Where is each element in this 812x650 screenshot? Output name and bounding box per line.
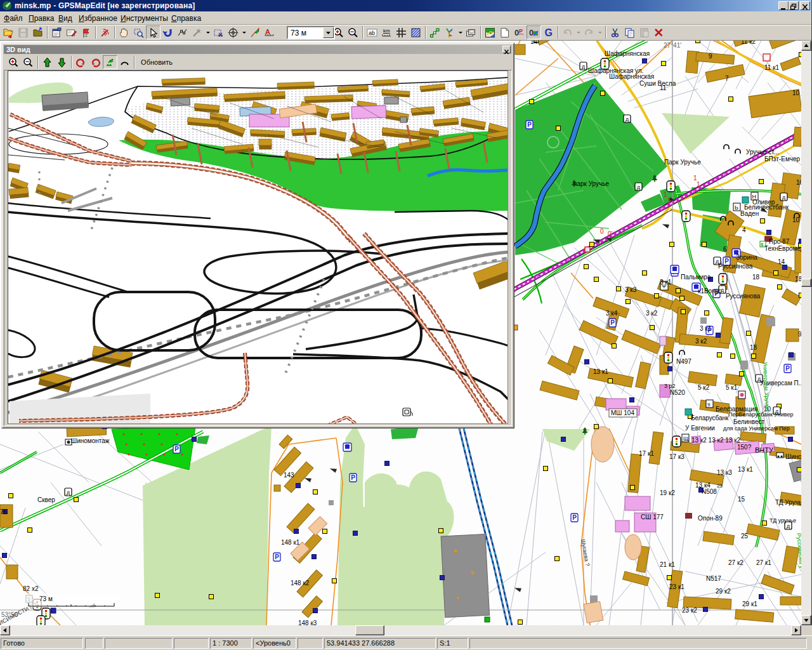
svg-text:14: 14 <box>778 258 785 265</box>
svg-text:73 м: 73 м <box>39 595 53 602</box>
svg-text:Д: Д <box>625 117 629 123</box>
svg-text:Беларусбанк: Беларусбанк <box>691 415 729 421</box>
svg-text:Д: Д <box>582 64 586 70</box>
svg-text:0: 0 <box>529 28 534 37</box>
svg-text:3 к2: 3 к2 <box>695 338 707 345</box>
svg-text:Щ: Щ <box>683 435 689 442</box>
svg-text:Прс-87: Прс-87 <box>769 238 790 245</box>
svg-text:6: 6 <box>723 246 727 253</box>
svg-text:3 р2: 3 р2 <box>664 383 676 389</box>
svg-text:Д: Д <box>782 195 786 201</box>
svg-text:2: 2 <box>85 33 88 37</box>
svg-text:3 к1: 3 к1 <box>700 325 712 332</box>
svg-text:148 к2: 148 к2 <box>291 580 310 587</box>
svg-text:ТД уручье: ТД уручье <box>769 517 796 524</box>
svg-text:ab: ab <box>369 30 375 36</box>
svg-text:3 к1: 3 к1 <box>660 279 672 286</box>
svg-text:13 к1: 13 к1 <box>593 368 608 375</box>
svg-text:P: P <box>519 28 523 34</box>
svg-text:Шафарнянская: Шафарнянская <box>605 50 650 57</box>
svg-text:БПзт-Емчер: БПзт-Емчер <box>764 156 801 162</box>
svg-text:11: 11 <box>660 84 667 91</box>
svg-text:N520: N520 <box>670 389 685 396</box>
svg-text:N508: N508 <box>702 488 717 495</box>
svg-text:76: 76 <box>0 508 8 515</box>
svg-text:17 к3: 17 к3 <box>669 453 684 460</box>
svg-text:Ь: Ь <box>735 204 738 211</box>
svg-text:11 к2: 11 к2 <box>741 41 756 45</box>
svg-text:0': 0' <box>608 230 613 237</box>
svg-text:Руссиянова: Руссиянова <box>726 293 761 300</box>
svg-text:G: G <box>545 27 553 38</box>
svg-text:СШ 177: СШ 177 <box>641 514 664 521</box>
svg-text:km: km <box>383 28 390 34</box>
svg-text:Опон-89: Опон-89 <box>698 515 723 522</box>
svg-text:13 к1: 13 к1 <box>738 466 753 473</box>
svg-text:Суши Весла: Суши Весла <box>639 80 676 87</box>
svg-text:парк Уручье: парк Уручье <box>573 180 609 187</box>
svg-text:27°41': 27°41' <box>664 42 681 49</box>
svg-text:1: 1 <box>667 197 671 204</box>
svg-text:148 к3: 148 к3 <box>298 620 317 625</box>
svg-text:Сквер: Сквер <box>37 496 55 503</box>
svg-text:143: 143 <box>284 472 294 479</box>
svg-text:23 к1: 23 к1 <box>669 583 684 590</box>
svg-text:P: P <box>572 514 577 521</box>
svg-text:У Евгении: У Евгении <box>685 425 715 432</box>
svg-text:для сада Универсам Пер: для сада Универсам Пер <box>723 425 790 432</box>
svg-text:P: P <box>527 121 532 128</box>
svg-text:13 к2 13 к2 13 к2: 13 к2 13 к2 13 к2 <box>691 437 741 444</box>
svg-text:Д: Д <box>67 490 70 496</box>
svg-text:1: 1 <box>697 181 700 188</box>
svg-text:ТД Уручье: ТД Уручье <box>775 499 801 506</box>
svg-text:5 к1: 5 к1 <box>726 384 738 391</box>
svg-text:3 к2: 3 к2 <box>646 310 658 317</box>
svg-text:Шиномонт: Шиномонт <box>785 453 801 460</box>
svg-text:23 к2: 23 к2 <box>682 607 697 614</box>
svg-text:ПерБеларусбанк Универ: ПерБеларусбанк Универ <box>728 411 794 418</box>
svg-text:27 к1: 27 к1 <box>756 559 771 566</box>
svg-text:23: 23 <box>717 483 723 489</box>
svg-text:Руссиянова: Руссиянова <box>718 263 753 270</box>
svg-text:P: P <box>351 474 355 481</box>
svg-text:9: 9 <box>709 53 712 60</box>
svg-text:МШ 104: МШ 104 <box>611 409 634 416</box>
svg-text:17 к1: 17 к1 <box>639 450 654 457</box>
svg-text:P: P <box>275 554 279 560</box>
svg-text:N517: N517 <box>706 575 721 582</box>
svg-text:Зорина: Зорина <box>736 254 757 261</box>
svg-text:82 х2: 82 х2 <box>23 585 39 592</box>
svg-text:$: $ <box>761 242 764 248</box>
svg-text:16: 16 <box>796 179 801 186</box>
svg-text:P: P <box>174 446 179 453</box>
svg-text:21 к1: 21 к1 <box>660 561 675 568</box>
svg-text:Д: Д <box>637 185 641 190</box>
svg-text:4: 4 <box>742 227 746 234</box>
svg-text:15: 15 <box>738 496 745 503</box>
svg-text:Белинвест: Белинвест <box>733 418 764 425</box>
svg-text:Уручье ст...: Уручье ст... <box>746 149 779 156</box>
svg-text:29 к1: 29 к1 <box>742 600 757 607</box>
svg-text:3 к4: 3 к4 <box>606 310 618 317</box>
svg-text:3 к3: 3 к3 <box>625 286 637 293</box>
svg-text:10: 10 <box>792 216 800 223</box>
svg-text:Пальмира: Пальмира <box>681 274 711 281</box>
svg-text:ТехнЕвромед: ТехнЕвромед <box>764 245 801 252</box>
svg-text:14: 14 <box>530 41 538 45</box>
svg-text:Парк Уручье: Парк Уручье <box>664 159 701 166</box>
svg-text:N497: N497 <box>676 358 691 365</box>
svg-text:P: P <box>785 365 790 372</box>
svg-text:11 к1: 11 к1 <box>764 64 780 71</box>
svg-text:13 к3: 13 к3 <box>717 469 732 476</box>
svg-text:18: 18 <box>795 275 801 282</box>
svg-text:10: 10 <box>792 90 800 96</box>
svg-text:P: P <box>610 319 615 326</box>
svg-text:150?: 150? <box>737 444 752 451</box>
svg-text:19 к2: 19 к2 <box>660 489 675 496</box>
svg-text:0: 0 <box>600 228 604 235</box>
svg-text:9: 9 <box>707 402 710 408</box>
svg-text:7: 7 <box>725 75 729 82</box>
svg-text:Д: Д <box>787 524 790 529</box>
svg-text:25: 25 <box>741 533 749 540</box>
svg-text:27 к2: 27 к2 <box>728 559 743 566</box>
